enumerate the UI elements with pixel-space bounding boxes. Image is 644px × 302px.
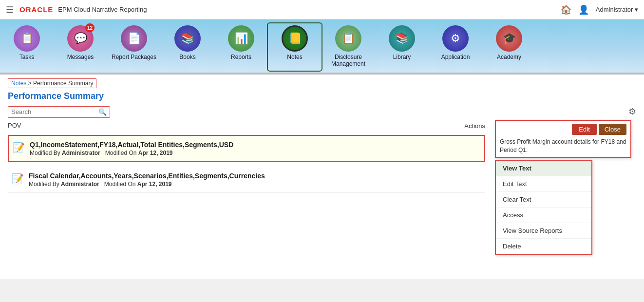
search-box-container: 🔍	[8, 106, 110, 118]
note-item[interactable]: 📝 Fiscal Calendar,Accounts,Years,Scenari…	[8, 167, 485, 193]
academy-icon: 🎓	[496, 25, 522, 52]
nav-notes[interactable]: 📒 Notes	[268, 23, 322, 71]
nav-messages-label: Messages	[67, 54, 94, 60]
messages-icon: 💬 12	[67, 25, 94, 52]
menu-icon[interactable]: ☰	[6, 4, 14, 15]
gear-icon[interactable]: ⚙	[628, 106, 636, 117]
popup-description: Gross Profit Margin account details for …	[500, 138, 626, 154]
user-menu[interactable]: Administrator	[596, 6, 638, 13]
notes-list: 📝 Q1,IncomeStatement,FY18,Actual,Total E…	[8, 135, 485, 193]
nav-report-packages[interactable]: 📄 Report Packages	[107, 23, 161, 71]
nav-messages[interactable]: 💬 12 Messages	[54, 23, 107, 71]
nav-reports-label: Reports	[231, 54, 251, 60]
context-menu-edit-text[interactable]: Edit Text	[496, 176, 591, 192]
context-menu-view-source-reports[interactable]: View Source Reports	[496, 223, 591, 239]
disclosure-icon: 📋	[335, 25, 361, 52]
left-panel: 🔍 POV Actions 📝 Q1,IncomeStatement,FY18,…	[8, 106, 495, 255]
page-title: Performance Summary	[8, 91, 636, 101]
reports-icon: 📊	[228, 25, 254, 52]
note-icon: 📝	[13, 142, 25, 153]
context-menu-view-text[interactable]: View Text	[496, 161, 591, 176]
right-panel: ⚙ Edit Close Gross Profit Margin account…	[495, 106, 636, 255]
note-title: Q1,IncomeStatement,FY18,Actual,Total Ent…	[30, 141, 233, 149]
breadcrumb: Notes > Performance Summary	[8, 78, 96, 88]
help-icon[interactable]: 👤	[578, 4, 589, 15]
note-title: Fiscal Calendar,Accounts,Years,Scenarios…	[29, 172, 265, 180]
nav-academy-label: Academy	[497, 54, 521, 60]
nav-application-label: Application	[441, 54, 470, 60]
nav-strip: 📋 Tasks 💬 12 Messages 📄 Report Packages …	[0, 19, 644, 73]
context-menu-delete[interactable]: Delete	[496, 239, 591, 254]
actions-label: Actions	[464, 122, 485, 130]
nav-tasks-label: Tasks	[19, 54, 35, 60]
nav-disclosure[interactable]: 📋 Disclosure Management	[322, 23, 375, 71]
note-meta: Modified By Administrator Modified On Ap…	[30, 150, 233, 156]
home-icon[interactable]: 🏠	[561, 4, 571, 15]
nav-disclosure-label: Disclosure Management	[324, 54, 372, 68]
note-item[interactable]: 📝 Q1,IncomeStatement,FY18,Actual,Total E…	[8, 135, 485, 162]
pov-label: POV	[8, 122, 21, 129]
main-content: Notes > Performance Summary Performance …	[0, 75, 644, 279]
breadcrumb-parent-link[interactable]: Notes	[11, 80, 26, 87]
app-title: EPM Cloud Narrative Reporting	[58, 6, 560, 13]
nav-library[interactable]: 📚 Library	[375, 23, 429, 71]
note-icon: 📝	[12, 173, 24, 185]
nav-tasks[interactable]: 📋 Tasks	[0, 23, 54, 71]
nav-application[interactable]: ⚙ Application	[429, 23, 482, 71]
search-input[interactable]	[11, 108, 98, 115]
context-menu: View Text Edit Text Clear Text Access Vi…	[495, 160, 592, 255]
nav-notes-label: Notes	[287, 54, 302, 60]
context-menu-access[interactable]: Access	[496, 208, 591, 223]
application-icon: ⚙	[442, 25, 469, 52]
oracle-logo: ORACLE	[19, 5, 53, 14]
nav-report-packages-label: Report Packages	[112, 54, 156, 60]
close-button[interactable]: Close	[599, 124, 626, 135]
tasks-icon: 📋	[14, 25, 40, 52]
nav-reports[interactable]: 📊 Reports	[214, 23, 268, 71]
breadcrumb-separator: >	[28, 80, 33, 87]
nav-academy[interactable]: 🎓 Academy	[482, 23, 536, 71]
notes-icon: 📒	[282, 25, 308, 52]
edit-button[interactable]: Edit	[572, 124, 596, 135]
context-menu-clear-text[interactable]: Clear Text	[496, 192, 591, 208]
nav-books-label: Books	[179, 54, 195, 60]
nav-library-label: Library	[393, 54, 411, 60]
note-meta: Modified By Administrator Modified On Ap…	[29, 181, 265, 188]
report-packages-icon: 📄	[121, 25, 147, 52]
library-icon: 📚	[389, 25, 415, 52]
messages-badge: 12	[85, 23, 95, 32]
note-content: Fiscal Calendar,Accounts,Years,Scenarios…	[29, 172, 265, 188]
books-icon: 📚	[174, 25, 201, 52]
edit-close-popup: Edit Close Gross Profit Margin account d…	[495, 120, 631, 158]
search-icon: 🔍	[98, 108, 107, 116]
nav-books[interactable]: 📚 Books	[161, 23, 214, 71]
page-body: 🔍 POV Actions 📝 Q1,IncomeStatement,FY18,…	[8, 106, 636, 255]
edit-close-buttons: Edit Close	[500, 124, 626, 135]
note-content: Q1,IncomeStatement,FY18,Actual,Total Ent…	[30, 141, 233, 156]
breadcrumb-current: Performance Summary	[33, 80, 93, 87]
search-row: 🔍	[8, 106, 485, 118]
